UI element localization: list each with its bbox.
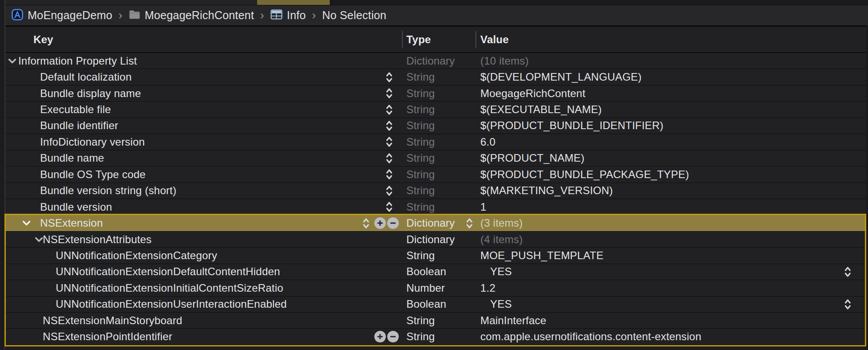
breadcrumb-project[interactable]: MoEngageDemo: [12, 9, 112, 22]
row-type[interactable]: Dictionary: [406, 53, 455, 69]
row-type[interactable]: String: [406, 102, 435, 117]
row-type[interactable]: String: [406, 69, 435, 85]
add-button[interactable]: [374, 217, 386, 229]
plist-row[interactable]: Executable fileString$(EXECUTABLE_NAME): [0, 102, 868, 118]
row-key[interactable]: NSExtensionMainStoryboard: [43, 313, 182, 328]
row-key[interactable]: Executable file: [40, 102, 111, 117]
row-type[interactable]: String: [406, 167, 435, 182]
row-value[interactable]: (10 items): [480, 53, 529, 69]
row-type[interactable]: String: [406, 134, 435, 150]
remove-button[interactable]: [387, 217, 399, 229]
row-value[interactable]: $(PRODUCT_BUNDLE_PACKAGE_TYPE): [480, 167, 689, 182]
row-key[interactable]: UNNotificationExtensionCategory: [56, 248, 217, 263]
row-type[interactable]: Boolean: [406, 297, 446, 312]
row-type[interactable]: Dictionary: [406, 215, 455, 231]
plist-row[interactable]: Information Property ListDictionary(10 i…: [0, 53, 868, 69]
row-type[interactable]: String: [406, 248, 435, 263]
plist-row[interactable]: Bundle version string (short)String$(MAR…: [0, 183, 868, 199]
row-value[interactable]: 1.2: [480, 280, 495, 296]
row-value[interactable]: $(PRODUCT_BUNDLE_IDENTIFIER): [480, 118, 663, 134]
row-type[interactable]: String: [406, 85, 435, 101]
breadcrumb-group[interactable]: MoegageRichContent: [129, 9, 254, 22]
key-stepper-icon[interactable]: [385, 102, 393, 117]
plist-row[interactable]: Bundle nameString$(PRODUCT_NAME): [0, 151, 868, 167]
active-tab-indicator[interactable]: [257, 0, 330, 5]
column-resize-handle[interactable]: [475, 31, 476, 48]
key-stepper-icon[interactable]: [385, 134, 393, 150]
plist-row[interactable]: NSExtensionDictionary(3 items): [0, 215, 868, 231]
plist-row[interactable]: Bundle display nameStringMoegageRichCont…: [0, 85, 868, 102]
type-stepper-icon[interactable]: [465, 215, 474, 231]
key-stepper-icon[interactable]: [385, 69, 393, 85]
disclosure-chevron-icon[interactable]: [8, 53, 16, 69]
breadcrumb-selection[interactable]: No Selection: [322, 9, 386, 22]
plist-row[interactable]: InfoDictionary versionString6.0: [0, 134, 868, 150]
plist-row[interactable]: NSExtensionAttributesDictionary(4 items): [0, 232, 868, 248]
key-stepper-icon[interactable]: [385, 85, 393, 101]
row-type[interactable]: String: [406, 313, 435, 328]
row-type[interactable]: Boolean: [406, 264, 446, 280]
key-stepper-icon[interactable]: [362, 215, 370, 231]
remove-button[interactable]: [387, 331, 399, 342]
plist-row[interactable]: UNNotificationExtensionUserInteractionEn…: [0, 297, 868, 313]
plist-row[interactable]: NSExtensionPointIdentifierStringcom.appl…: [0, 329, 868, 345]
key-stepper-icon[interactable]: [385, 183, 393, 199]
row-value[interactable]: YES: [490, 264, 512, 280]
disclosure-chevron-icon[interactable]: [35, 232, 43, 247]
row-key[interactable]: Bundle name: [40, 151, 104, 166]
plist-row[interactable]: UNNotificationExtensionCategoryStringMOE…: [0, 248, 868, 264]
row-key[interactable]: Bundle version: [40, 199, 112, 215]
add-button[interactable]: [374, 331, 386, 342]
plist-row[interactable]: Bundle identifierString$(PRODUCT_BUNDLE_…: [0, 118, 868, 134]
row-type[interactable]: Dictionary: [406, 232, 455, 247]
plist-row[interactable]: UNNotificationExtensionDefaultContentHid…: [0, 264, 868, 280]
key-stepper-icon[interactable]: [385, 199, 393, 215]
row-key[interactable]: Default localization: [40, 69, 131, 85]
row-value[interactable]: MOE_PUSH_TEMPLATE: [480, 248, 603, 263]
row-key[interactable]: UNNotificationExtensionUserInteractionEn…: [56, 297, 287, 312]
row-type[interactable]: String: [406, 151, 435, 166]
row-key[interactable]: NSExtension: [40, 215, 103, 231]
column-resize-handle[interactable]: [402, 31, 403, 48]
value-stepper-icon[interactable]: [843, 264, 852, 280]
row-value[interactable]: MainInterface: [480, 313, 546, 328]
disclosure-chevron-icon[interactable]: [22, 215, 31, 231]
row-key[interactable]: Information Property List: [18, 53, 137, 69]
row-value[interactable]: $(MARKETING_VERSION): [480, 183, 613, 199]
row-value[interactable]: com.apple.usernotifications.content-exte…: [480, 329, 701, 344]
row-type[interactable]: String: [406, 183, 435, 199]
row-value[interactable]: $(DEVELOPMENT_LANGUAGE): [480, 69, 642, 85]
row-type[interactable]: Number: [406, 280, 445, 296]
row-key[interactable]: NSExtensionAttributes: [43, 232, 151, 247]
row-value[interactable]: MoegageRichContent: [480, 85, 585, 101]
row-key[interactable]: UNNotificationExtensionDefaultContentHid…: [56, 264, 280, 280]
plist-row[interactable]: Bundle versionString1: [0, 199, 868, 215]
breadcrumb-file[interactable]: Info: [270, 9, 306, 22]
row-value[interactable]: $(EXECUTABLE_NAME): [480, 102, 602, 117]
row-value[interactable]: YES: [490, 297, 512, 312]
row-key[interactable]: Bundle OS Type code: [40, 167, 146, 182]
row-key[interactable]: Bundle display name: [40, 85, 141, 101]
row-value[interactable]: $(PRODUCT_NAME): [480, 151, 585, 166]
key-stepper-icon[interactable]: [385, 167, 393, 182]
row-key[interactable]: UNNotificationExtensionInitialContentSiz…: [56, 280, 283, 296]
key-stepper-icon[interactable]: [385, 151, 393, 166]
row-value[interactable]: 1: [480, 199, 487, 215]
row-type[interactable]: String: [406, 329, 435, 344]
plist-row[interactable]: Default localizationString$(DEVELOPMENT_…: [0, 69, 868, 85]
row-type[interactable]: String: [406, 199, 435, 215]
pane-split-handle[interactable]: [4, 0, 5, 350]
row-value[interactable]: (3 items): [480, 215, 523, 231]
plist-row[interactable]: NSExtensionMainStoryboardStringMainInter…: [0, 313, 868, 329]
row-value[interactable]: (4 items): [480, 232, 523, 247]
row-key[interactable]: NSExtensionPointIdentifier: [43, 329, 172, 344]
row-value[interactable]: 6.0: [480, 134, 495, 150]
row-type[interactable]: String: [406, 118, 435, 134]
plist-row[interactable]: Bundle OS Type codeString$(PRODUCT_BUNDL…: [0, 167, 868, 183]
plist-row[interactable]: UNNotificationExtensionInitialContentSiz…: [0, 280, 868, 296]
row-key[interactable]: InfoDictionary version: [40, 134, 145, 150]
value-stepper-icon[interactable]: [843, 297, 852, 312]
row-key[interactable]: Bundle identifier: [40, 118, 119, 134]
row-key[interactable]: Bundle version string (short): [40, 183, 176, 199]
key-stepper-icon[interactable]: [385, 118, 393, 134]
